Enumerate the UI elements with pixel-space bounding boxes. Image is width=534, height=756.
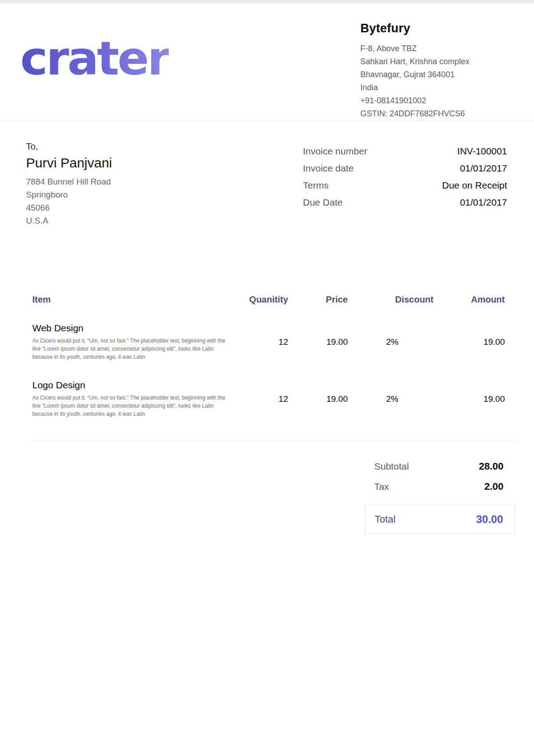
company-address-line: Bhavnagar, Gujrat 364001 bbox=[360, 68, 502, 81]
company-address-line: India bbox=[360, 81, 502, 94]
due-date-label: Due Date bbox=[303, 197, 343, 208]
column-header-amount: Amount bbox=[433, 294, 505, 305]
grand-total-value: 30.00 bbox=[476, 513, 503, 526]
due-date-row: Due Date 01/01/2017 bbox=[303, 197, 507, 208]
invoice-header: crater Bytefury F-8, Above TBZ Sahkari H… bbox=[0, 4, 534, 121]
invoice-date-value: 01/01/2017 bbox=[460, 163, 507, 174]
tax-value: 2.00 bbox=[484, 481, 503, 492]
company-address-line: F-8, Above TBZ bbox=[360, 42, 502, 55]
company-info-block: Bytefury F-8, Above TBZ Sahkari Hart, Kr… bbox=[360, 17, 502, 120]
items-totals-divider bbox=[29, 441, 515, 442]
tax-row: Tax 2.00 bbox=[365, 481, 515, 492]
customer-address: 7884 Bunnel Hill Road Springboro 45066 U… bbox=[26, 175, 112, 227]
item-quantity: 12 bbox=[234, 394, 288, 404]
bill-to-block: To, Purvi Panjvani 7884 Bunnel Hill Road… bbox=[26, 141, 112, 227]
item-discount-value: 2% bbox=[386, 394, 433, 404]
column-header-item: Item bbox=[32, 294, 234, 305]
item-cell: Logo Design As Cicero would put it, “Um,… bbox=[32, 380, 234, 418]
totals-section: Subtotal 28.00 Tax 2.00 Total 30.00 bbox=[365, 461, 515, 534]
due-date-value: 01/01/2017 bbox=[460, 197, 507, 208]
invoice-number-label: Invoice number bbox=[303, 146, 368, 157]
table-row: Web Design As Cicero would put it, “Um, … bbox=[32, 323, 505, 361]
items-table-header: Item Quanitity Price Discount Amount bbox=[32, 294, 505, 323]
customer-address-line: 45066 bbox=[26, 201, 112, 214]
bill-to-label: To, bbox=[26, 141, 112, 152]
item-name: Web Design bbox=[32, 323, 234, 334]
grand-total-label: Total bbox=[375, 514, 395, 525]
subtotal-label: Subtotal bbox=[374, 461, 409, 472]
item-amount: 19.00 bbox=[433, 394, 505, 404]
page-top-strip bbox=[0, 0, 534, 4]
company-address-line: Sahkari Hart, Krishna complex bbox=[360, 55, 502, 68]
customer-address-line: U.S.A bbox=[26, 214, 112, 227]
grand-total-box: Total 30.00 bbox=[365, 505, 515, 534]
item-cell: Web Design As Cicero would put it, “Um, … bbox=[32, 323, 234, 361]
column-header-price: Price bbox=[288, 294, 348, 305]
item-discount: 2% bbox=[348, 337, 433, 347]
company-address: F-8, Above TBZ Sahkari Hart, Krishna com… bbox=[360, 42, 502, 120]
invoice-date-row: Invoice date 01/01/2017 bbox=[303, 163, 507, 174]
item-name: Logo Design bbox=[32, 380, 234, 391]
customer-address-line: 7884 Bunnel Hill Road bbox=[26, 175, 112, 188]
parties-section: To, Purvi Panjvani 7884 Bunnel Hill Road… bbox=[0, 121, 534, 227]
item-price: 19.00 bbox=[288, 394, 348, 404]
item-description: As Cicero would put it, “Um, not so fast… bbox=[32, 337, 227, 361]
item-description: As Cicero would put it, “Um, not so fast… bbox=[32, 394, 227, 418]
item-amount: 19.00 bbox=[433, 337, 505, 347]
subtotal-value: 28.00 bbox=[479, 461, 503, 472]
column-header-quantity: Quanitity bbox=[234, 294, 288, 305]
company-phone: +91-08141901002 bbox=[360, 94, 502, 107]
item-discount-value: 2% bbox=[386, 337, 433, 347]
item-quantity: 12 bbox=[234, 337, 288, 347]
customer-address-line: Springboro bbox=[26, 188, 112, 201]
column-header-discount: Discount bbox=[348, 294, 433, 305]
terms-label: Terms bbox=[303, 180, 328, 191]
terms-row: Terms Due on Receipt bbox=[303, 180, 507, 191]
invoice-date-label: Invoice date bbox=[303, 163, 354, 174]
item-price: 19.00 bbox=[288, 337, 348, 347]
company-gstin: GSTIN: 24DDF7682FHVCS6 bbox=[360, 107, 502, 120]
invoice-number-row: Invoice number INV-100001 bbox=[303, 146, 507, 157]
item-discount: 2% bbox=[348, 394, 433, 404]
table-row: Logo Design As Cicero would put it, “Um,… bbox=[32, 380, 505, 418]
subtotal-row: Subtotal 28.00 bbox=[365, 461, 515, 472]
invoice-number-value: INV-100001 bbox=[457, 146, 507, 157]
items-table: Item Quanitity Price Discount Amount Web… bbox=[32, 294, 505, 418]
invoice-meta-block: Invoice number INV-100001 Invoice date 0… bbox=[303, 141, 507, 227]
terms-value: Due on Receipt bbox=[442, 180, 507, 191]
tax-label: Tax bbox=[374, 481, 389, 492]
company-name: Bytefury bbox=[360, 22, 502, 35]
customer-name: Purvi Panjvani bbox=[26, 155, 112, 171]
crater-logo: crater bbox=[20, 35, 169, 82]
